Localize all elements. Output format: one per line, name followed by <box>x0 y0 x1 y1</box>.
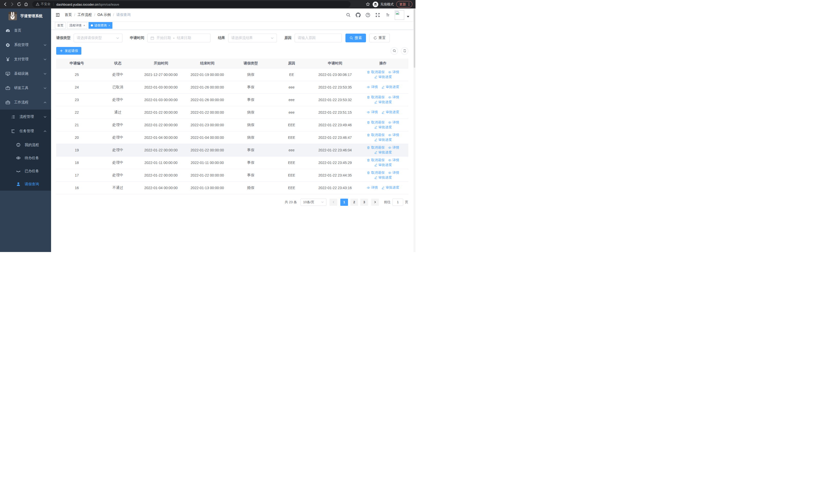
page-number-button[interactable]: 2 <box>350 199 358 206</box>
sidebar-item-infrastructure[interactable]: 基础设施 <box>0 66 51 81</box>
monitor-icon <box>5 71 10 76</box>
cell-id: 19 <box>56 144 97 156</box>
refresh-table-button[interactable] <box>401 47 408 55</box>
breadcrumb-item[interactable]: 首页 <box>65 12 72 17</box>
search-icon[interactable] <box>346 12 351 18</box>
plus-icon <box>60 49 63 53</box>
goto-page-input[interactable] <box>393 199 403 206</box>
search-button[interactable]: 搜索 <box>345 34 366 42</box>
tag-view-item[interactable]: 请假查询× <box>89 22 112 29</box>
sidebar-item-done-tasks[interactable]: 已办任务 <box>0 165 51 178</box>
cell-actions: 取消请假详情审批进度 <box>357 93 408 106</box>
cancel-leave-link[interactable]: 取消请假 <box>367 170 384 175</box>
approval-progress-link[interactable]: 审批进度 <box>381 85 399 89</box>
action-label: 详情 <box>393 145 399 150</box>
apply-time-range-picker[interactable]: 开始日期 - 结束日期 <box>147 34 210 42</box>
sidebar-item-system[interactable]: 系统管理 <box>0 38 51 52</box>
sidebar-item-workflow[interactable]: 工作流程 <box>0 95 51 110</box>
not-secure-label: 不安全 <box>41 2 51 6</box>
edit-icon <box>374 125 377 129</box>
action-label: 审批进度 <box>378 125 392 129</box>
approval-progress-link[interactable]: 审批进度 <box>374 138 392 142</box>
sidebar-header: 芋道管理系统 <box>0 8 51 23</box>
cancel-leave-link[interactable]: 取消请假 <box>367 133 384 137</box>
detail-link[interactable]: 详情 <box>388 170 399 175</box>
fullscreen-icon[interactable] <box>375 12 380 18</box>
detail-link[interactable]: 详情 <box>388 70 399 75</box>
approval-progress-link[interactable]: 审批进度 <box>381 185 399 190</box>
cell-id: 25 <box>56 68 97 81</box>
close-icon[interactable]: × <box>108 24 110 27</box>
close-icon[interactable]: × <box>83 24 85 27</box>
cell-start-time: 2022-01-03 00:00:00 <box>138 93 184 106</box>
browser-home-icon[interactable] <box>24 2 28 6</box>
page-scrollbar[interactable] <box>413 8 416 252</box>
url-host: dashboard.yudao.iocoder.cn <box>56 3 98 6</box>
detail-link[interactable]: 详情 <box>388 158 399 162</box>
sidebar-item-my-processes[interactable]: 我的流程 <box>0 138 51 151</box>
detail-link[interactable]: 详情 <box>388 95 399 99</box>
cancel-leave-link[interactable]: 取消请假 <box>367 158 384 162</box>
cell-end-time: 2022-01-22 00:00:00 <box>184 106 231 119</box>
cancel-leave-link[interactable]: 取消请假 <box>367 95 384 99</box>
approval-progress-link[interactable]: 审批进度 <box>381 110 399 114</box>
browser-reload-icon[interactable] <box>17 2 21 6</box>
detail-link[interactable]: 详情 <box>367 110 378 114</box>
cancel-leave-link[interactable]: 取消请假 <box>367 70 384 75</box>
cell-start-time: 2022-01-22 00:00:00 <box>138 169 184 181</box>
sidebar-collapse-icon[interactable] <box>55 12 60 18</box>
chevron-down-icon <box>116 36 119 40</box>
sidebar-item-process-management[interactable]: 流程管理 <box>0 110 51 124</box>
address-bar[interactable]: 不安全 dashboard.yudao.iocoder.cn/bpm/oa/le… <box>32 1 350 7</box>
sidebar-item-leave-query[interactable]: 请假查询 <box>0 178 51 191</box>
approval-progress-link[interactable]: 审批进度 <box>374 175 392 180</box>
cancel-leave-link[interactable]: 取消请假 <box>367 120 384 125</box>
tag-view-item[interactable]: 首页 <box>55 22 66 29</box>
create-leave-button[interactable]: 发起请假 <box>56 47 81 55</box>
breadcrumb-item[interactable]: 工作流程 <box>78 12 92 17</box>
page-number-button[interactable]: 3 <box>360 199 368 206</box>
approval-progress-link[interactable]: 审批进度 <box>374 75 392 79</box>
browser-menu-icon[interactable] <box>408 3 409 6</box>
browser-back-icon[interactable] <box>3 2 7 6</box>
next-page-button[interactable] <box>371 199 379 206</box>
github-icon[interactable] <box>356 12 361 18</box>
scrollbar-thumb[interactable] <box>414 9 415 68</box>
detail-link[interactable]: 详情 <box>388 145 399 150</box>
reason-input[interactable]: 请输入原因 <box>295 34 342 42</box>
breadcrumb-item[interactable]: OA 示例 <box>97 12 111 17</box>
cell-id: 16 <box>56 181 97 194</box>
bookmark-star-icon[interactable] <box>366 2 370 6</box>
tag-view-item[interactable]: 流程详情× <box>67 22 87 29</box>
result-select[interactable]: 请选择流结果 <box>228 34 277 42</box>
page-number-button[interactable]: 1 <box>340 199 348 206</box>
detail-link[interactable]: 详情 <box>388 133 399 137</box>
approval-progress-link[interactable]: 审批进度 <box>374 125 392 129</box>
browser-forward-icon[interactable] <box>10 2 15 6</box>
sidebar-item-task-management[interactable]: 任务管理 <box>0 124 51 138</box>
detail-link[interactable]: 详情 <box>388 120 399 125</box>
leave-type-select[interactable]: 请选择请假类型 <box>74 34 122 42</box>
detail-link[interactable]: 详情 <box>367 85 378 89</box>
cancel-leave-link[interactable]: 取消请假 <box>367 145 384 150</box>
sidebar-item-dev-tools[interactable]: 研发工具 <box>0 81 51 95</box>
detail-link[interactable]: 详情 <box>367 185 378 190</box>
breadcrumb-separator: / <box>113 13 114 17</box>
cell-end-time: 2022-01-22 00:00:00 <box>184 169 231 181</box>
approval-progress-link[interactable]: 审批进度 <box>374 163 392 167</box>
cell-leave-type: 事假 <box>231 144 270 156</box>
page-size-select[interactable]: 10条/页 <box>300 199 326 206</box>
user-menu[interactable] <box>395 10 409 20</box>
sidebar-item-todo-tasks[interactable]: 待办任务 <box>0 151 51 165</box>
toggle-search-button[interactable] <box>391 47 398 55</box>
not-secure-indicator[interactable]: 不安全 <box>36 2 51 6</box>
approval-progress-link[interactable]: 审批进度 <box>374 150 392 155</box>
sidebar-item-home[interactable]: 首页 <box>0 23 51 38</box>
help-icon[interactable] <box>366 12 370 18</box>
approval-progress-link[interactable]: 审批进度 <box>374 100 392 105</box>
reset-button[interactable]: 重置 <box>369 34 390 42</box>
font-size-icon[interactable] <box>385 12 390 18</box>
prev-page-button[interactable] <box>329 199 337 206</box>
sidebar-item-payment[interactable]: 支付管理 <box>0 52 51 66</box>
browser-update-button[interactable]: 更新 <box>396 1 412 7</box>
